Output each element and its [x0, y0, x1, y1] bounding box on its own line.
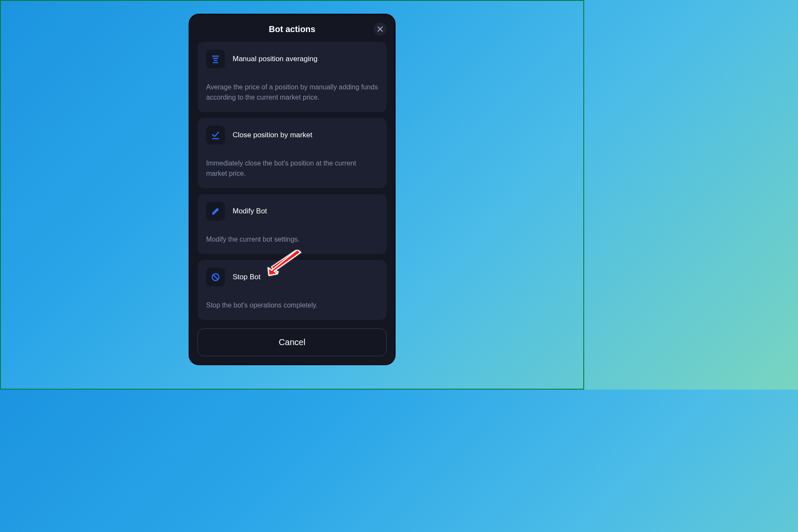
action-manual-averaging[interactable]: Manual position averaging Average the pr… — [198, 42, 387, 112]
svg-rect-2 — [214, 60, 217, 61]
svg-rect-1 — [213, 58, 218, 59]
cancel-button[interactable]: Cancel — [198, 328, 387, 356]
action-description: Modify the current bot settings. — [206, 234, 378, 245]
action-title: Modify Bot — [233, 207, 267, 216]
action-close-position[interactable]: Close position by market Immediately clo… — [198, 118, 387, 188]
action-header: Manual position averaging — [206, 50, 378, 68]
action-description: Immediately close the bot's position at … — [206, 158, 378, 179]
action-header: Stop Bot — [206, 268, 378, 287]
svg-rect-4 — [212, 138, 219, 139]
action-title: Stop Bot — [233, 273, 260, 281]
modal-title: Bot actions — [269, 24, 316, 34]
averaging-icon — [211, 54, 220, 64]
icon-box — [206, 126, 225, 145]
action-header: Close position by market — [206, 126, 378, 145]
bot-actions-modal: Bot actions Manual position averaging Av… — [189, 14, 396, 365]
modal-header: Bot actions — [198, 23, 387, 34]
action-description: Stop the bot's operations completely. — [206, 300, 378, 310]
action-description: Average the price of a position by manua… — [206, 82, 378, 103]
action-header: Modify Bot — [206, 202, 378, 221]
svg-rect-3 — [213, 62, 218, 63]
icon-box — [206, 202, 225, 221]
close-icon — [378, 27, 383, 32]
svg-rect-0 — [212, 56, 219, 57]
check-underline-icon — [211, 130, 220, 140]
pencil-icon — [211, 207, 220, 216]
icon-box — [206, 50, 225, 68]
stop-icon — [211, 272, 220, 282]
action-title: Close position by market — [233, 131, 312, 139]
action-title: Manual position averaging — [233, 55, 317, 63]
action-stop-bot[interactable]: Stop Bot Stop the bot's operations compl… — [198, 260, 387, 320]
icon-box — [206, 268, 225, 287]
close-button[interactable] — [374, 23, 387, 35]
action-modify-bot[interactable]: Modify Bot Modify the current bot settin… — [198, 194, 387, 254]
